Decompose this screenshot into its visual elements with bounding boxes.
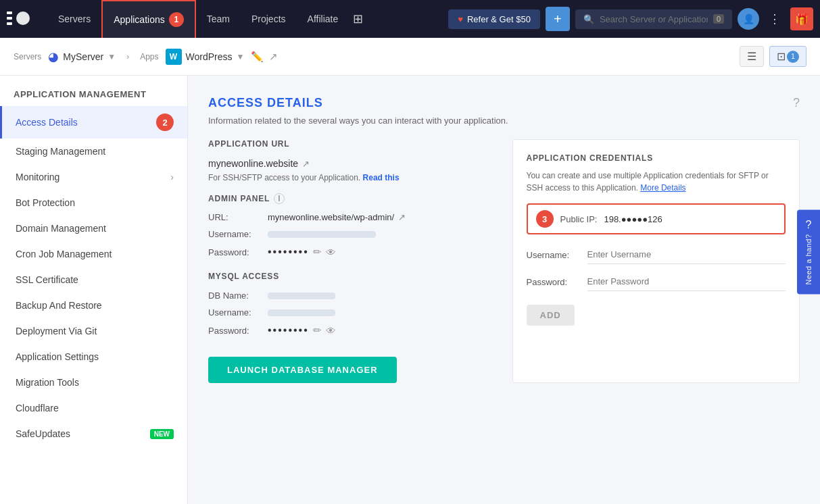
mysql-username-row: Username:: [208, 307, 496, 318]
sidebar: Application Management Access Details 2 …: [0, 76, 188, 504]
app-url-section: APPLICATION URL mynewonline.website ↗ Fo…: [208, 139, 496, 182]
sidebar-item-cloudflare[interactable]: Cloudflare: [0, 395, 187, 421]
need-hand-text: Need a hand?: [804, 234, 813, 284]
public-ip-box: 3 Public IP: 198.●●●●●126: [527, 203, 786, 234]
nav-right: ♥ Refer & Get $50 + 🔍 0 👤 ⋮ 🎁: [448, 7, 813, 31]
edit-password-icon[interactable]: ✏: [313, 246, 322, 258]
mysql-show-icon[interactable]: 👁: [326, 325, 336, 336]
need-a-hand-button[interactable]: ? Need a hand?: [797, 209, 820, 294]
nav-affiliate[interactable]: Affiliate: [297, 0, 349, 38]
sidebar-item-cron-job[interactable]: Cron Job Management: [0, 241, 187, 267]
sidebar-item-bot-protection[interactable]: Bot Protection: [0, 190, 187, 216]
mysql-password-row: Password: •••••••• ✏ 👁: [208, 324, 496, 336]
refer-label: Refer & Get $50: [467, 14, 531, 24]
avatar-button[interactable]: 👤: [738, 8, 759, 30]
add-button[interactable]: +: [546, 7, 570, 31]
mysql-username-masked: [268, 309, 335, 316]
sidebar-label-migration: Migration Tools: [16, 377, 79, 388]
sidebar-item-access-details[interactable]: Access Details 2: [0, 106, 187, 138]
breadcrumb: Servers ◕ MyServer ▼ › Apps W WordPress …: [0, 38, 820, 76]
left-column: APPLICATION URL mynewonline.website ↗ Fo…: [208, 139, 496, 383]
question-icon: ?: [806, 219, 812, 231]
more-details-link[interactable]: More Details: [640, 183, 685, 193]
admin-panel-section: ADMIN PANEL i URL: mynewonline.website/w…: [208, 193, 496, 258]
server-name[interactable]: ◕ MyServer ▼: [48, 49, 116, 64]
credentials-title: APPLICATION CREDENTIALS: [527, 153, 786, 163]
sidebar-item-deployment-git[interactable]: Deployment Via Git: [0, 318, 187, 344]
mysql-dbname-value: [268, 293, 335, 299]
nav-team[interactable]: Team: [196, 0, 241, 38]
admin-external-link-icon[interactable]: ↗: [398, 212, 406, 222]
logo[interactable]: [7, 9, 34, 29]
mysql-edit-icon[interactable]: ✏: [313, 324, 322, 336]
bc-actions: ✏️ ↗: [251, 51, 278, 63]
sidebar-item-migration-tools[interactable]: Migration Tools: [0, 370, 187, 395]
sidebar-label-domain: Domain Management: [16, 223, 106, 234]
grid-view-button[interactable]: ⊡ 1: [769, 46, 806, 67]
servers-label: Servers: [14, 52, 41, 61]
show-password-icon[interactable]: 👁: [326, 247, 336, 258]
mysql-password-value: •••••••• ✏ 👁: [268, 324, 336, 336]
external-link-icon[interactable]: ↗: [269, 51, 278, 63]
sidebar-item-monitoring[interactable]: Monitoring ›: [0, 164, 187, 190]
admin-panel-text: ADMIN PANEL: [208, 194, 270, 203]
sidebar-title: Application Management: [0, 76, 187, 106]
sidebar-item-app-settings[interactable]: Application Settings: [0, 344, 187, 370]
external-link-icon[interactable]: ↗: [302, 159, 310, 169]
edit-icon[interactable]: ✏️: [251, 51, 264, 63]
apps-label: Apps: [140, 52, 158, 61]
view-count-badge: 1: [787, 51, 799, 63]
top-navigation: Servers Applications1 Team Projects Affi…: [0, 0, 820, 38]
breadcrumb-app[interactable]: W WordPress ▼: [166, 49, 245, 65]
chevron-down-icon: ▼: [107, 52, 116, 61]
two-column-layout: APPLICATION URL mynewonline.website ↗ Fo…: [208, 139, 800, 383]
app-url-label: APPLICATION URL: [208, 139, 496, 149]
breadcrumb-server: Servers: [14, 52, 41, 61]
creds-password-label: Password:: [527, 277, 581, 287]
sidebar-label-git: Deployment Via Git: [16, 326, 97, 336]
page-title: ACCESS DETAILS: [208, 96, 508, 110]
credentials-note: You can create and use multiple Applicat…: [527, 170, 786, 194]
sidebar-label-access-details: Access Details: [16, 117, 78, 128]
sidebar-item-domain-management[interactable]: Domain Management: [0, 216, 187, 241]
mysql-username-value: [268, 309, 335, 316]
help-icon[interactable]: ?: [793, 96, 800, 110]
creds-password-row: Password:: [527, 272, 786, 291]
sidebar-label-staging: Staging Management: [16, 146, 105, 157]
step-badge-3: 3: [536, 210, 554, 228]
creds-password-input[interactable]: [587, 272, 786, 291]
list-view-button[interactable]: ☰: [740, 46, 764, 67]
app-chevron-icon: ▼: [236, 52, 244, 61]
ssh-note-text: For SSH/SFTP access to your Application.: [208, 173, 360, 182]
sidebar-item-backup-restore[interactable]: Backup And Restore: [0, 293, 187, 318]
page-subtitle: Information related to the several ways …: [208, 116, 508, 126]
svg-rect-2: [7, 22, 12, 25]
admin-username-row: Username:: [208, 229, 496, 239]
mysql-password-dots: ••••••••: [268, 324, 309, 336]
sidebar-item-ssl[interactable]: SSL Certificate: [0, 267, 187, 293]
more-options-button[interactable]: ⋮: [765, 9, 785, 29]
launch-db-manager-button[interactable]: LAUNCH DATABASE MANAGER: [208, 357, 397, 383]
sidebar-label-app-settings: Application Settings: [16, 351, 99, 362]
heart-icon: ♥: [458, 14, 463, 24]
refer-button[interactable]: ♥ Refer & Get $50: [448, 9, 540, 29]
mysql-username-label: Username:: [208, 307, 262, 318]
content-header: ACCESS DETAILS Information related to th…: [208, 96, 800, 126]
sidebar-item-staging-management[interactable]: Staging Management: [0, 138, 187, 164]
add-credentials-button[interactable]: ADD: [527, 305, 575, 326]
main-content: ACCESS DETAILS Information related to th…: [188, 76, 820, 504]
search-input[interactable]: [600, 14, 708, 24]
sidebar-item-safeupdates[interactable]: SafeUpdates NEW: [0, 421, 187, 447]
creds-username-input[interactable]: [587, 245, 786, 264]
sidebar-label-safeupdates: SafeUpdates: [16, 428, 70, 439]
sidebar-label-bot-protection: Bot Protection: [16, 197, 75, 208]
nav-applications[interactable]: Applications1: [101, 0, 196, 38]
search-bar[interactable]: 🔍 0: [575, 9, 732, 29]
nav-projects[interactable]: Projects: [241, 0, 297, 38]
nav-servers[interactable]: Servers: [47, 0, 101, 38]
gift-button[interactable]: 🎁: [790, 7, 813, 30]
sidebar-label-cron: Cron Job Management: [16, 249, 112, 259]
admin-url-row: URL: mynewonline.website/wp-admin/ ↗: [208, 212, 496, 222]
read-this-link[interactable]: Read this: [363, 173, 400, 182]
grid-icon[interactable]: ⊞: [349, 9, 367, 29]
